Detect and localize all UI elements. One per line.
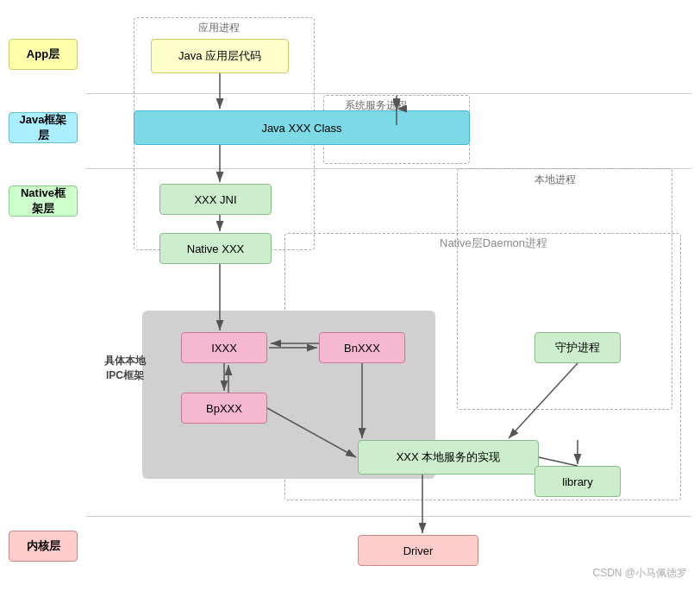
bnxxx-box: BnXXX	[319, 332, 405, 363]
java-xxx-class-box: Java XXX Class	[134, 110, 470, 145]
layer-kernel-label: 内核层	[9, 531, 78, 562]
library-box: library	[534, 466, 621, 497]
xxx-jni-box: XXX JNI	[159, 184, 272, 215]
watermark: CSDN @小马佩德罗	[592, 566, 687, 581]
ixxx-box: IXXX	[181, 332, 267, 363]
native-xxx-box: Native XXX	[159, 233, 272, 264]
layer-java-label: Java框架层	[9, 112, 78, 143]
bpxxx-box: BpXXX	[181, 393, 267, 424]
ipc-label: 具体本地IPC框架	[99, 354, 151, 383]
xxx-service-box: XXX 本地服务的实现	[358, 440, 539, 475]
shou-hu-box: 守护进程	[534, 332, 621, 363]
driver-box: Driver	[358, 535, 478, 566]
app-process-title: 应用进程	[198, 21, 240, 35]
local-process-title: 本地进程	[534, 173, 576, 187]
layer-app-label: App层	[9, 39, 78, 70]
layer-native-label: Native框架层	[9, 185, 78, 217]
diagram-container: App层 Java框架层 Native框架层 内核层 应用进程 系统服务进程 本…	[0, 0, 700, 591]
divider-3	[86, 516, 691, 517]
native-daemon-title: Native层Daemon进程	[440, 236, 547, 251]
java-code-box: Java 应用层代码	[151, 39, 289, 73]
